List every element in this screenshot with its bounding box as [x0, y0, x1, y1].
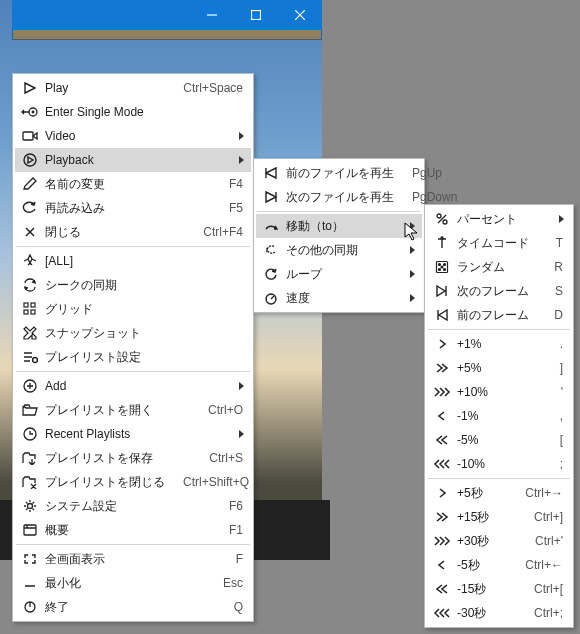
- main-menu-item[interactable]: 最小化Esc: [15, 571, 251, 595]
- menu-item-label: -5%: [453, 433, 542, 447]
- open-icon: [19, 403, 41, 417]
- menu-item-label: 前のフレーム: [453, 307, 536, 324]
- main-menu-item[interactable]: プレイリストを保存Ctrl+S: [15, 446, 251, 470]
- othersync-icon: [260, 243, 282, 257]
- main-menu-item[interactable]: 閉じるCtrl+F4: [15, 220, 251, 244]
- moveto-menu-item[interactable]: +5秒Ctrl+→: [427, 481, 571, 505]
- window-minimize-button[interactable]: [190, 0, 234, 30]
- menu-item-label: 前のファイルを再生: [282, 165, 394, 182]
- moveto-menu-item[interactable]: -30秒Ctrl+;: [427, 601, 571, 625]
- r3-icon: [431, 385, 453, 399]
- moveto-menu-item[interactable]: +10%': [427, 380, 571, 404]
- main-menu-item[interactable]: Recent Playlists: [15, 422, 251, 446]
- moveto-menu-item[interactable]: タイムコードT: [427, 231, 571, 255]
- menu-item-label: その他の同期: [282, 242, 406, 259]
- svg-rect-8: [31, 310, 35, 314]
- playback-menu-item[interactable]: 前のファイルを再生PgUp: [256, 161, 422, 185]
- menu-item-label: Recent Playlists: [41, 427, 235, 441]
- menu-item-label: +15秒: [453, 509, 516, 526]
- main-menu-item[interactable]: プレイリストを閉じるCtrl+Shift+Q: [15, 470, 251, 494]
- min-icon: [19, 576, 41, 590]
- menu-item-label: 閉じる: [41, 224, 185, 241]
- tc-icon: [431, 236, 453, 250]
- main-menu-item[interactable]: PlayCtrl+Space: [15, 76, 251, 100]
- main-menu-item[interactable]: Add: [15, 374, 251, 398]
- gear-icon: [19, 499, 41, 513]
- playback-menu-item[interactable]: 移動（to）: [256, 214, 422, 238]
- main-menu-item[interactable]: プレイリストを開くCtrl+O: [15, 398, 251, 422]
- submenu-arrow-icon: [235, 131, 247, 141]
- moveto-menu-item[interactable]: +30秒Ctrl+': [427, 529, 571, 553]
- moveto-menu-item[interactable]: -5秒Ctrl+←: [427, 553, 571, 577]
- menu-item-label: +5%: [453, 361, 542, 375]
- main-menu-item[interactable]: シークの同期: [15, 273, 251, 297]
- main-menu-item[interactable]: 名前の変更F4: [15, 172, 251, 196]
- menu-item-label: -5秒: [453, 557, 507, 574]
- menu-item-label: 次のフレーム: [453, 283, 537, 300]
- menu-item-label: Add: [41, 379, 235, 393]
- moveto-menu-item[interactable]: 前のフレームD: [427, 303, 571, 327]
- menu-item-shortcut: Q: [216, 600, 247, 614]
- single-icon: [19, 105, 41, 119]
- main-menu-item[interactable]: 全画面表示F: [15, 547, 251, 571]
- moveto-menu-item[interactable]: -10%;: [427, 452, 571, 476]
- menu-item-shortcut: F5: [211, 201, 247, 215]
- main-menu-item[interactable]: [ALL]: [15, 249, 251, 273]
- l2-icon: [431, 582, 453, 596]
- menu-item-label: [ALL]: [41, 254, 247, 268]
- svg-rect-7: [24, 310, 28, 314]
- menu-item-shortcut: D: [536, 308, 567, 322]
- window-maximize-button[interactable]: [234, 0, 278, 30]
- prevf-icon: [431, 308, 453, 322]
- main-menu-item[interactable]: Video: [15, 124, 251, 148]
- main-menu-item[interactable]: Playback: [15, 148, 251, 172]
- submenu-arrow-icon: [555, 214, 567, 224]
- menu-item-label: -30秒: [453, 605, 516, 622]
- playback-menu-item[interactable]: 次のファイルを再生PgDown: [256, 185, 422, 209]
- submenu-arrow-icon: [406, 221, 418, 231]
- grid-icon: [19, 302, 41, 316]
- moveto-menu-item[interactable]: 次のフレームS: [427, 279, 571, 303]
- snap-icon: [19, 326, 41, 340]
- menu-item-label: グリッド: [41, 301, 247, 318]
- menu-item-shortcut: .: [542, 337, 567, 351]
- main-menu-item[interactable]: 終了Q: [15, 595, 251, 619]
- context-menu-main[interactable]: PlayCtrl+SpaceEnter Single ModeVideoPlay…: [12, 73, 254, 622]
- playback-menu-item[interactable]: その他の同期: [256, 238, 422, 262]
- moveto-menu-item[interactable]: ランダムR: [427, 255, 571, 279]
- submenu-move-to[interactable]: パーセントタイムコードTランダムR次のフレームS前のフレームD+1%.+5%]+…: [424, 204, 574, 628]
- svg-point-17: [443, 220, 447, 224]
- menu-item-label: 終了: [41, 599, 216, 616]
- menu-item-label: プレイリスト設定: [41, 349, 247, 366]
- moveto-menu-item[interactable]: -5%[: [427, 428, 571, 452]
- main-menu-item[interactable]: 概要F1: [15, 518, 251, 542]
- menu-item-label: 移動（to）: [282, 218, 406, 235]
- main-menu-item[interactable]: グリッド: [15, 297, 251, 321]
- playback-menu-item[interactable]: ループ: [256, 262, 422, 286]
- playback-menu-item[interactable]: 速度: [256, 286, 422, 310]
- main-menu-item[interactable]: スナップショット: [15, 321, 251, 345]
- menu-item-label: プレイリストを閉じる: [41, 474, 165, 491]
- moveto-menu-item[interactable]: +1%.: [427, 332, 571, 356]
- moveto-menu-item[interactable]: パーセント: [427, 207, 571, 231]
- moveto-menu-item[interactable]: -1%,: [427, 404, 571, 428]
- moveto-menu-item[interactable]: +15秒Ctrl+]: [427, 505, 571, 529]
- l3-icon: [431, 606, 453, 620]
- main-menu-item[interactable]: プレイリスト設定: [15, 345, 251, 369]
- menu-separator: [428, 478, 570, 479]
- main-menu-item[interactable]: システム設定F6: [15, 494, 251, 518]
- l1-icon: [431, 558, 453, 572]
- window-close-button[interactable]: [278, 0, 322, 30]
- main-menu-item[interactable]: Enter Single Mode: [15, 100, 251, 124]
- r3-icon: [431, 534, 453, 548]
- moveto-menu-item[interactable]: -15秒Ctrl+[: [427, 577, 571, 601]
- submenu-arrow-icon: [235, 155, 247, 165]
- svg-point-22: [439, 269, 441, 271]
- moveto-menu-item[interactable]: +5%]: [427, 356, 571, 380]
- main-menu-item[interactable]: 再読み込みF5: [15, 196, 251, 220]
- menu-item-shortcut: Ctrl+O: [190, 403, 247, 417]
- submenu-playback[interactable]: 前のファイルを再生PgUp次のファイルを再生PgDown移動（to）その他の同期…: [253, 158, 425, 313]
- r1-icon: [431, 337, 453, 351]
- menu-item-shortcut: ;: [542, 457, 567, 471]
- menu-item-shortcut: PgDown: [394, 190, 461, 204]
